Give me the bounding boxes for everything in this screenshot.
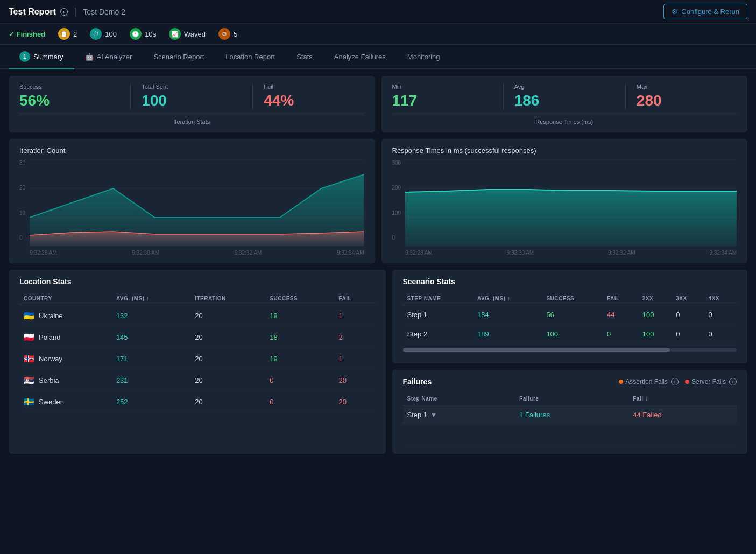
iterations-icon: 📋: [58, 28, 70, 40]
success-stat: Success 56%: [19, 83, 119, 109]
th-country[interactable]: COUNTRY: [19, 292, 112, 305]
y-label-300: 300: [392, 160, 401, 166]
stat-chip-config: ⚙ 5: [218, 28, 237, 40]
failures-count: 1 Failures: [515, 405, 628, 425]
tab-stats[interactable]: Stats: [286, 46, 323, 68]
th-avg-ms[interactable]: AVG. (MS) ↑: [473, 292, 542, 305]
config-value: 5: [234, 30, 237, 38]
location-country: 🇵🇱Poland: [19, 327, 112, 348]
tab-scenario-report[interactable]: Scenario Report: [143, 46, 215, 68]
fail-label: Fail: [264, 83, 364, 90]
failures-table: Step Name Failure Fail ↓ Step 1 ▼: [403, 392, 737, 446]
min-stat: Min 117: [392, 83, 492, 109]
location-avg: 252: [112, 391, 190, 413]
max-label: Max: [637, 83, 737, 90]
response-chart-card: Response Times in ms (successful respons…: [381, 139, 748, 263]
assertion-dot: [619, 380, 623, 384]
location-success: 19: [265, 348, 334, 370]
location-iteration: 20: [190, 348, 265, 370]
location-avg: 171: [112, 348, 190, 370]
server-fails-legend: Server Fails i: [685, 378, 737, 385]
failures-empty-row: [403, 425, 737, 446]
iteration-stats-card: Success 56% Total Sent 100 Fail 44% Iter…: [9, 76, 375, 132]
scenario-stats-card: Scenario Stats STEP NAME AVG. (MS) ↑ SUC…: [392, 270, 748, 363]
th-success: SUCCESS: [265, 292, 334, 305]
divider: [130, 83, 131, 109]
y-label-0: 0: [19, 235, 25, 241]
scenario-avg: 184: [473, 305, 542, 325]
scenario-4xx: 0: [704, 305, 737, 325]
tab-summary[interactable]: 1 Summary: [9, 45, 74, 69]
tab-location-report[interactable]: Location Report: [215, 46, 286, 68]
location-avg: 145: [112, 327, 190, 348]
location-table-row: 🇳🇴Norway 171 20 19 1: [19, 348, 375, 370]
location-country: 🇳🇴Norway: [19, 348, 112, 370]
scenario-success: 100: [542, 325, 603, 344]
assertion-fails-label: Assertion Fails: [625, 378, 668, 385]
th-avg[interactable]: AVG. (MS) ↑: [112, 292, 190, 305]
location-fail: 20: [335, 370, 375, 391]
expand-step1-button[interactable]: ▼: [430, 411, 437, 419]
th-fail-count[interactable]: Fail ↓: [628, 392, 737, 405]
fail-stat: Fail 44%: [264, 83, 364, 109]
iteration-x-labels: 9:32:28 AM 9:32:30 AM 9:32:32 AM 9:32:34…: [30, 250, 364, 256]
scenario-step: Step 2: [403, 325, 473, 344]
y-label-20: 20: [19, 185, 25, 191]
location-success: 0: [265, 391, 334, 413]
max-value: 280: [637, 92, 737, 109]
th-failures-step: Step Name: [403, 392, 515, 405]
waved-value: Waved: [184, 30, 206, 38]
location-stats-table: COUNTRY AVG. (MS) ↑ ITERATION SUCCESS FA…: [19, 292, 375, 413]
nav-tabs: 1 Summary 🤖 AI Analyzer Scenario Report …: [0, 45, 756, 69]
y-label-00: 0: [392, 235, 401, 241]
th-2xx: 2XX: [638, 292, 672, 305]
failures-fail-count: 44 Failed: [628, 405, 737, 425]
title-text: Test Report: [9, 7, 56, 17]
location-fail: 20: [335, 391, 375, 413]
scenario-3xx: 0: [672, 305, 704, 325]
total-value: 100: [142, 92, 242, 109]
scenario-success: 56: [542, 305, 603, 325]
location-country: 🇺🇦Ukraine: [19, 305, 112, 327]
th-iteration: ITERATION: [190, 292, 265, 305]
tab-analyze-failures[interactable]: Analyze Failures: [323, 46, 397, 68]
iteration-chart-card: Iteration Count 30 20 10 0: [9, 139, 375, 263]
stat-chip-total: ⏱ 100: [90, 28, 117, 40]
tab-ai-analyzer[interactable]: 🤖 AI Analyzer: [74, 46, 143, 68]
info-icon[interactable]: i: [60, 8, 68, 16]
total-sent-stat: Total Sent 100: [142, 83, 242, 109]
tables-row: Location Stats COUNTRY AVG. (MS) ↑ ITERA…: [9, 270, 747, 454]
tab-label-monitoring: Monitoring: [407, 53, 440, 61]
stat-chip-waved: 📈 Waved: [169, 28, 206, 40]
configure-rerun-button[interactable]: ⚙ Configure & Rerun: [663, 4, 747, 19]
location-fail: 2: [335, 327, 375, 348]
stats-row: Success 56% Total Sent 100 Fail 44% Iter…: [9, 76, 747, 132]
scenario-stats-title: Scenario Stats: [403, 277, 737, 286]
tab-monitoring[interactable]: Monitoring: [397, 46, 451, 68]
assertion-info-icon[interactable]: i: [671, 378, 679, 385]
server-info-icon[interactable]: i: [729, 378, 737, 385]
scrollbar[interactable]: [403, 348, 737, 352]
location-iteration: 20: [190, 327, 265, 348]
th-fail: FAIL: [335, 292, 375, 305]
th-success2: SUCCESS: [542, 292, 603, 305]
scenario-fail: 0: [603, 325, 638, 344]
divider2: [252, 83, 253, 109]
max-stat: Max 280: [637, 83, 737, 109]
location-iteration: 20: [190, 305, 265, 327]
configure-icon: ⚙: [672, 8, 678, 16]
top-bar: Test Report i | Test Demo 2 ⚙ Configure …: [0, 0, 756, 24]
th-3xx: 3XX: [672, 292, 704, 305]
total-icon: ⏱: [90, 28, 102, 40]
location-success: 0: [265, 370, 334, 391]
avg-value: 186: [514, 92, 614, 109]
tab-badge-summary: 1: [19, 51, 30, 62]
location-fail: 1: [335, 305, 375, 327]
th-failure: Failure: [515, 392, 628, 405]
status-bar: ✓ Finished 📋 2 ⏱ 100 🕐 10s 📈 Waved ⚙ 5: [0, 24, 756, 45]
location-country: 🇸🇪Sweden: [19, 391, 112, 413]
failures-title: Failures: [403, 377, 432, 386]
server-dot: [685, 380, 689, 384]
iteration-chart-svg: [30, 160, 364, 246]
location-stats-card: Location Stats COUNTRY AVG. (MS) ↑ ITERA…: [9, 270, 386, 454]
